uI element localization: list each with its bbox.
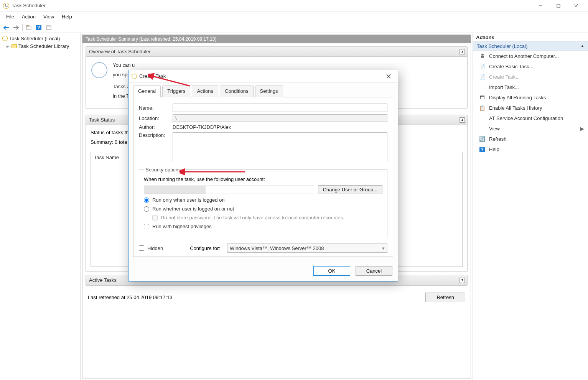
security-options-group: Security options When running the task, … bbox=[139, 167, 387, 238]
action-label: Display All Running Tasks bbox=[489, 95, 546, 100]
description-label: Description: bbox=[139, 132, 173, 138]
panel-collapse-icon[interactable]: ▴ bbox=[460, 117, 465, 123]
svg-rect-5 bbox=[26, 25, 29, 26]
chevron-right-icon: ▶ bbox=[580, 126, 584, 132]
radio-logged-off[interactable] bbox=[144, 206, 149, 212]
name-label: Name: bbox=[139, 105, 173, 111]
overview-title-text: Overview of Task Scheduler bbox=[89, 49, 151, 54]
description-input[interactable] bbox=[173, 132, 387, 162]
tab-general-body: Name: Location: \ Author: DESKTOP-7KJDD7… bbox=[133, 97, 393, 257]
svg-rect-1 bbox=[557, 4, 560, 7]
tree-root-label: Task Scheduler (Local) bbox=[9, 36, 60, 41]
large-clock-icon bbox=[91, 62, 107, 78]
cancel-button[interactable]: Cancel bbox=[356, 266, 392, 276]
configure-for-value: Windows Vista™, Windows Server™ 2008 bbox=[230, 245, 324, 251]
action-label: Enable All Tasks History bbox=[489, 105, 542, 111]
configure-for-select[interactable]: Windows Vista™, Windows Server™ 2008 ▾ bbox=[227, 243, 387, 253]
action-at-service[interactable]: AT Service Account Configuration bbox=[473, 113, 588, 123]
panel-collapse-icon[interactable]: ▾ bbox=[460, 278, 465, 283]
create-task-dialog: Create Task General Triggers Actions Con… bbox=[128, 70, 398, 281]
clock-icon bbox=[2, 36, 8, 41]
author-value: DESKTOP-7KJDD7P\Alex bbox=[173, 124, 231, 130]
dialog-clock-icon bbox=[132, 74, 137, 79]
tree-pane: Task Scheduler (Local) ▸ Task Scheduler … bbox=[0, 33, 81, 380]
radio-logged-on-label: Run only when user is logged on bbox=[152, 197, 225, 203]
display-icon: 🗔 bbox=[479, 95, 485, 101]
menu-file[interactable]: File bbox=[2, 12, 18, 21]
checkbox-no-password bbox=[152, 215, 158, 220]
security-desc: When running the task, use the following… bbox=[144, 176, 382, 182]
tree-library[interactable]: ▸ Task Scheduler Library bbox=[1, 42, 79, 50]
overview-title[interactable]: Overview of Task Scheduler ▴ bbox=[86, 47, 467, 57]
ok-button[interactable]: OK bbox=[313, 266, 350, 276]
menu-view[interactable]: View bbox=[40, 12, 58, 21]
close-button[interactable] bbox=[567, 0, 585, 12]
last-refreshed-label: Last refreshed at 25.04.2019 09:17:13 bbox=[88, 294, 172, 300]
toolbar-window-button[interactable] bbox=[44, 23, 53, 32]
checkbox-hidden-label: Hidden bbox=[147, 245, 163, 251]
checkbox-hidden[interactable] bbox=[139, 245, 144, 251]
refresh-button[interactable]: Refresh bbox=[425, 293, 465, 302]
name-input[interactable] bbox=[173, 104, 387, 112]
window-title: Task Scheduler bbox=[12, 3, 46, 8]
action-connect-computer[interactable]: 🖥 Connect to Another Computer... bbox=[473, 51, 588, 61]
action-create-basic-task[interactable]: 📄 Create Basic Task... bbox=[473, 61, 588, 72]
tree-library-label: Task Scheduler Library bbox=[18, 43, 69, 49]
action-label: Refresh bbox=[489, 136, 507, 142]
import-icon bbox=[479, 84, 485, 90]
back-button[interactable] bbox=[2, 23, 11, 32]
minimize-button[interactable] bbox=[532, 0, 550, 12]
svg-text:?: ? bbox=[481, 147, 484, 152]
forward-button[interactable] bbox=[12, 23, 21, 32]
action-label: Create Basic Task... bbox=[489, 64, 533, 69]
actions-title: Actions bbox=[473, 33, 588, 41]
checkbox-highest-priv-label: Run with highest privileges bbox=[152, 224, 212, 229]
action-enable-history[interactable]: 📋 Enable All Tasks History bbox=[473, 103, 588, 113]
toolbar: ? bbox=[0, 22, 588, 33]
chevron-down-icon: ▾ bbox=[382, 245, 385, 251]
tab-settings[interactable]: Settings bbox=[255, 86, 283, 97]
location-label: Location: bbox=[139, 115, 173, 121]
summary-header: Task Scheduler Summary (Last refreshed: … bbox=[82, 35, 471, 43]
svg-line-14 bbox=[152, 76, 190, 86]
wizard-icon: 📄 bbox=[479, 64, 485, 70]
action-display-running[interactable]: 🗔 Display All Running Tasks bbox=[473, 92, 588, 103]
computer-icon: 🖥 bbox=[479, 53, 485, 59]
folder-icon bbox=[12, 44, 17, 48]
help-icon: ? bbox=[479, 146, 485, 153]
maximize-button[interactable] bbox=[550, 0, 567, 12]
menu-help[interactable]: Help bbox=[58, 12, 76, 21]
actions-section-header[interactable]: Task Scheduler (Local) bbox=[473, 41, 588, 51]
configure-for-label: Configure for: bbox=[190, 245, 220, 251]
toolbar-up-button[interactable] bbox=[24, 23, 33, 32]
radio-logged-on[interactable] bbox=[144, 197, 149, 203]
change-user-button[interactable]: Change User or Group... bbox=[318, 185, 382, 194]
action-label: AT Service Account Configuration bbox=[489, 115, 563, 121]
task-status-title-text: Task Status bbox=[89, 117, 115, 123]
action-label: Create Task... bbox=[489, 74, 520, 80]
action-refresh[interactable]: 🔄 Refresh bbox=[473, 134, 588, 144]
security-legend: Security options bbox=[144, 167, 183, 173]
svg-text:?: ? bbox=[37, 25, 40, 30]
toolbar-help-button[interactable]: ? bbox=[34, 23, 43, 32]
action-view[interactable]: View ▶ bbox=[473, 123, 588, 134]
view-icon bbox=[479, 126, 485, 132]
radio-logged-off-label: Run whether user is logged on or not bbox=[152, 206, 234, 212]
overview-line1: You can u bbox=[113, 62, 135, 68]
menu-action[interactable]: Action bbox=[18, 12, 40, 21]
svg-rect-8 bbox=[46, 26, 51, 30]
tree-expand-icon[interactable]: ▸ bbox=[5, 44, 10, 48]
action-create-task[interactable]: 📄 Create Task... bbox=[473, 72, 588, 82]
panel-collapse-icon[interactable]: ▴ bbox=[460, 49, 465, 54]
checkbox-highest-priv[interactable] bbox=[144, 224, 149, 229]
location-value: \ bbox=[173, 114, 387, 122]
app-clock-icon bbox=[3, 3, 9, 9]
action-help[interactable]: ? Help bbox=[473, 144, 588, 155]
menubar: File Action View Help bbox=[0, 12, 588, 22]
tree-root[interactable]: Task Scheduler (Local) bbox=[1, 35, 79, 42]
titlebar: Task Scheduler bbox=[0, 0, 588, 12]
action-label: Import Task... bbox=[489, 84, 519, 90]
dialog-close-button[interactable] bbox=[382, 71, 395, 82]
action-import-task[interactable]: Import Task... bbox=[473, 82, 588, 92]
tab-conditions[interactable]: Conditions bbox=[220, 86, 253, 97]
